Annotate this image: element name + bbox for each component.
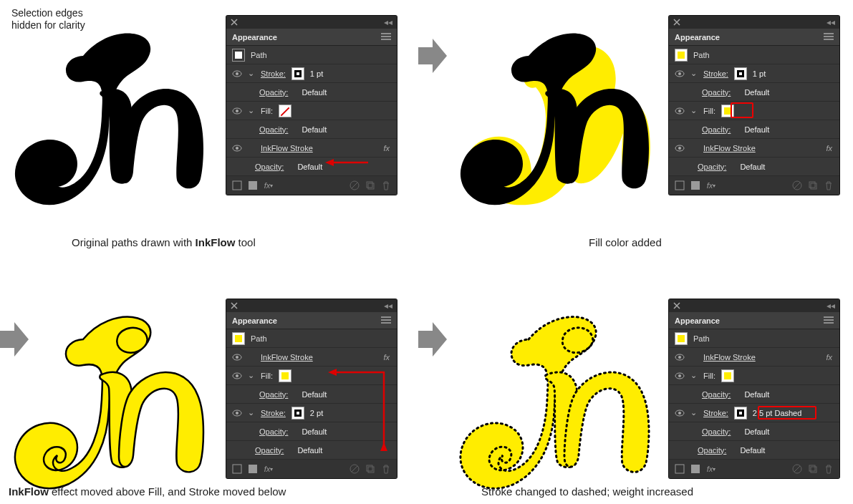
chevron-down-icon[interactable]: ⌄ <box>248 371 255 380</box>
stroke-swatch[interactable] <box>734 67 747 80</box>
stroke-label[interactable]: Stroke: <box>261 69 286 78</box>
visibility-icon[interactable] <box>232 143 242 153</box>
dock-icon[interactable]: ◂◂ <box>827 301 835 311</box>
opacity-label[interactable]: Opacity: <box>698 446 726 455</box>
stroke-label[interactable]: Stroke: <box>703 409 728 417</box>
visibility-icon[interactable] <box>675 352 685 362</box>
opacity-label[interactable]: Opacity: <box>255 163 284 171</box>
opacity-label[interactable]: Opacity: <box>259 427 288 436</box>
close-icon[interactable] <box>231 302 238 309</box>
svg-rect-17 <box>675 181 684 190</box>
stroke-label[interactable]: Stroke: <box>703 69 728 78</box>
stroke-swatch[interactable] <box>291 407 304 420</box>
caption-3: InkFlow effect moved above Fill, and Str… <box>9 485 286 498</box>
opacity-label[interactable]: Opacity: <box>259 88 288 97</box>
close-icon[interactable] <box>673 19 680 26</box>
artwork-3 <box>6 309 221 491</box>
visibility-icon[interactable] <box>675 371 685 381</box>
effect-inkflow[interactable]: InkFlow Stroke <box>261 353 313 362</box>
dock-icon[interactable]: ◂◂ <box>384 17 392 27</box>
dock-icon[interactable]: ◂◂ <box>827 17 835 27</box>
fill-label: Fill: <box>703 107 715 115</box>
stroke-label[interactable]: Stroke: <box>261 409 286 417</box>
panel-menu-icon[interactable] <box>381 33 391 42</box>
opacity-label[interactable]: Opacity: <box>702 390 731 399</box>
visibility-icon[interactable] <box>232 371 242 381</box>
chevron-down-icon[interactable]: ⌄ <box>690 371 698 380</box>
solid-icon[interactable] <box>690 464 700 474</box>
object-thumb <box>232 332 245 345</box>
svg-rect-28 <box>233 465 241 473</box>
visibility-icon[interactable] <box>675 408 685 418</box>
fill-label: Fill: <box>261 107 273 115</box>
solid-icon[interactable] <box>248 464 258 474</box>
chevron-down-icon[interactable]: ⌄ <box>248 106 255 115</box>
fx-menu-icon[interactable]: fx▾ <box>264 180 274 190</box>
chevron-down-icon[interactable]: ⌄ <box>690 106 698 115</box>
visibility-icon[interactable] <box>675 106 685 116</box>
dock-icon[interactable]: ◂◂ <box>384 301 392 311</box>
close-icon[interactable] <box>673 302 680 309</box>
svg-rect-40 <box>691 465 700 473</box>
fx-menu-icon[interactable]: fx▾ <box>264 464 274 474</box>
stroke-weight[interactable]: 1 pt <box>310 69 323 78</box>
clear-icon <box>792 464 802 474</box>
opacity-label[interactable]: Opacity: <box>259 390 288 399</box>
stroke-swatch[interactable] <box>291 67 304 80</box>
opacity-label[interactable]: Opacity: <box>702 427 731 436</box>
stroke-weight[interactable]: 2 pt <box>310 409 323 417</box>
fill-swatch[interactable] <box>279 369 291 382</box>
no-stroke-icon[interactable] <box>232 180 242 190</box>
chevron-down-icon[interactable]: ⌄ <box>690 69 698 78</box>
opacity-label[interactable]: Opacity: <box>259 125 288 134</box>
panel-menu-icon[interactable] <box>381 316 391 325</box>
visibility-icon[interactable] <box>232 352 242 362</box>
no-stroke-icon[interactable] <box>675 180 685 190</box>
opacity-label[interactable]: Opacity: <box>255 446 284 455</box>
svg-point-12 <box>678 72 681 75</box>
solid-icon[interactable] <box>690 180 700 190</box>
svg-rect-9 <box>367 182 372 188</box>
panel-menu-icon[interactable] <box>824 33 834 42</box>
svg-point-1 <box>236 72 238 75</box>
chevron-down-icon[interactable]: ⌄ <box>690 408 698 417</box>
visibility-icon[interactable] <box>675 69 685 79</box>
effect-inkflow[interactable]: InkFlow Stroke <box>703 353 756 362</box>
fill-swatch[interactable] <box>279 105 291 117</box>
stroke-weight[interactable]: 1 pt <box>753 69 766 78</box>
svg-point-3 <box>236 110 238 112</box>
trash-icon <box>824 180 834 190</box>
chevron-down-icon[interactable]: ⌄ <box>248 408 255 417</box>
panel-menu-icon[interactable] <box>824 316 834 325</box>
stroke-swatch[interactable] <box>734 407 747 420</box>
appearance-panel-2: ◂◂ Appearance Path ⌄ Stroke: 1 pt Opacit… <box>669 16 839 195</box>
fx-menu-icon[interactable]: fx▾ <box>706 464 716 474</box>
appearance-panel-1: ◂◂ Appearance Path ⌄ Stroke: 1 pt Opacit… <box>226 16 397 195</box>
visibility-icon[interactable] <box>675 143 685 153</box>
close-icon[interactable] <box>231 19 238 26</box>
svg-rect-18 <box>691 181 700 190</box>
object-type: Path <box>251 51 267 59</box>
opacity-label[interactable]: Opacity: <box>702 125 731 134</box>
svg-rect-42 <box>809 465 815 471</box>
no-stroke-icon[interactable] <box>675 464 685 474</box>
chevron-down-icon[interactable]: ⌄ <box>248 69 255 78</box>
visibility-icon[interactable] <box>232 408 242 418</box>
visibility-icon[interactable] <box>232 69 242 79</box>
opacity-label[interactable]: Opacity: <box>698 163 726 171</box>
opacity-value: Default <box>302 427 327 436</box>
fx-menu-icon[interactable]: fx▾ <box>706 180 716 190</box>
opacity-label[interactable]: Opacity: <box>702 88 731 97</box>
svg-point-14 <box>678 110 681 112</box>
appearance-panel-3: ◂◂ Appearance Path InkFlow Stroke fx ⌄ F… <box>226 299 397 478</box>
visibility-icon[interactable] <box>232 106 242 116</box>
effect-inkflow[interactable]: InkFlow Stroke <box>261 144 313 152</box>
svg-point-27 <box>236 412 238 415</box>
caption-2: Fill color added <box>589 236 662 248</box>
appearance-panel-4: ◂◂ Appearance Path InkFlow Stroke fx ⌄ F… <box>669 299 839 478</box>
artwork-2 <box>451 26 666 208</box>
solid-icon[interactable] <box>248 180 258 190</box>
no-stroke-icon[interactable] <box>232 464 242 474</box>
effect-inkflow[interactable]: InkFlow Stroke <box>703 144 756 152</box>
fill-swatch[interactable] <box>721 369 734 382</box>
